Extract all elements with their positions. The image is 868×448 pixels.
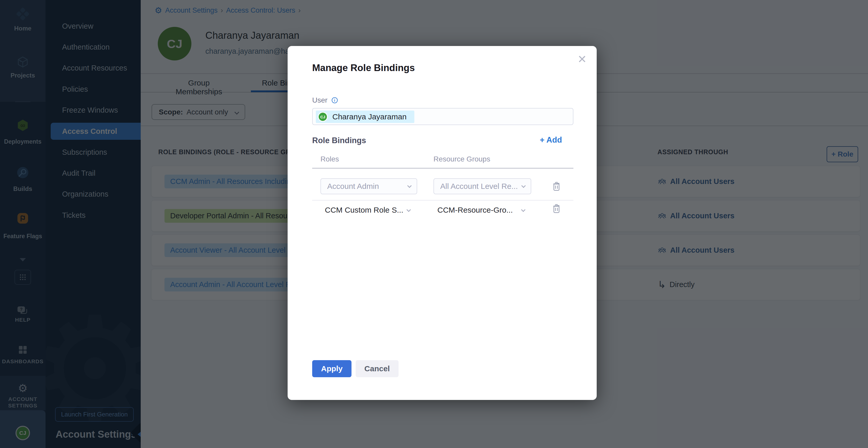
modal-column-roles: Roles bbox=[320, 155, 339, 163]
app-root: Home Projects ∞ Deployments Builds Featu… bbox=[0, 0, 868, 448]
user-field-label-row: User bbox=[312, 96, 338, 104]
modal-row-divider bbox=[312, 200, 574, 201]
chevron-down-icon bbox=[521, 183, 526, 188]
close-icon[interactable]: × bbox=[578, 52, 586, 66]
chevron-down-icon[interactable] bbox=[407, 207, 411, 212]
user-chip-name: Charanya Jayaraman bbox=[332, 112, 407, 121]
resource-group-select[interactable]: All Account Level Re... bbox=[433, 178, 531, 194]
resource-group-select-value[interactable]: CCM-Resource-Gro... bbox=[437, 206, 513, 214]
resource-group-select-value: All Account Level Re... bbox=[440, 182, 521, 191]
modal-column-resource-groups: Resource Groups bbox=[433, 155, 490, 163]
info-icon[interactable] bbox=[331, 97, 338, 104]
role-select-value: Account Admin bbox=[327, 182, 407, 191]
chevron-down-icon[interactable] bbox=[521, 207, 526, 212]
chevron-down-icon bbox=[407, 183, 412, 188]
role-select[interactable]: Account Admin bbox=[320, 178, 417, 194]
modal-table-header-divider bbox=[312, 168, 574, 168]
role-bindings-heading: Role Bindings bbox=[312, 136, 366, 145]
user-field-label: User bbox=[312, 96, 328, 104]
modal-title: Manage Role Bindings bbox=[312, 63, 415, 73]
apply-button[interactable]: Apply bbox=[312, 360, 351, 377]
delete-role-binding-icon[interactable] bbox=[550, 203, 562, 214]
add-role-binding-link[interactable]: + Add bbox=[540, 135, 562, 145]
cancel-button[interactable]: Cancel bbox=[355, 360, 399, 377]
user-chip-avatar: CJ bbox=[318, 112, 328, 122]
user-input[interactable]: CJ Charanya Jayaraman bbox=[312, 108, 574, 125]
user-chip[interactable]: CJ Charanya Jayaraman bbox=[316, 111, 414, 123]
delete-role-binding-icon[interactable] bbox=[550, 180, 562, 192]
manage-role-bindings-modal: × Manage Role Bindings User CJ Charanya … bbox=[288, 46, 597, 400]
role-select-value[interactable]: CCM Custom Role S... bbox=[325, 206, 403, 214]
